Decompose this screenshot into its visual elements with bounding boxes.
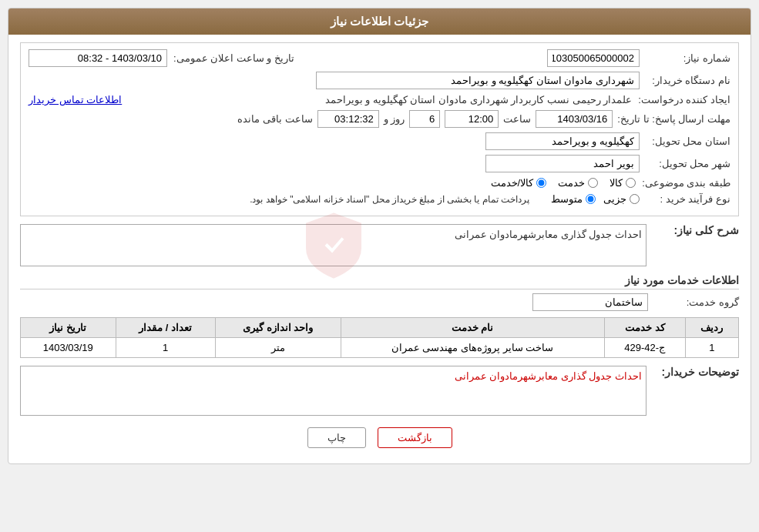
purchase-medium-radio[interactable] (586, 194, 596, 204)
delivery-province-input (485, 132, 640, 150)
row-buyer-org: نام دستگاه خریدار: (29, 72, 730, 89)
purchase-type-options: جزیی متوسط (551, 193, 640, 205)
row-delivery-city: شهر محل تحویل: (29, 155, 730, 172)
category-service-label: خدمت (558, 177, 585, 189)
purchase-medium-label: متوسط (551, 193, 583, 205)
col-header-unit: واحد اندازه گیری (215, 318, 341, 338)
need-desc-box: احداث جدول گذاری معابرشهرمادوان عمرانی (20, 224, 646, 266)
top-info-section: شماره نیاز: تاریخ و ساعت اعلان عمومی: نا… (20, 42, 739, 216)
category-service-item[interactable]: خدمت (558, 177, 598, 189)
cell-date-1: 1403/03/19 (21, 338, 116, 358)
need-number-label: شماره نیاز: (646, 52, 730, 64)
col-header-code: کد خدمت (604, 318, 685, 338)
purchase-partial-radio[interactable] (630, 194, 640, 204)
purchase-note: پرداخت تمام یا بخشی از مبلغ خریداز محل "… (250, 194, 529, 205)
buttons-row: بازگشت چاپ (20, 427, 739, 448)
row-purchase-type: نوع فرآیند خرید : جزیی متوسط پرداخت تمام… (29, 193, 730, 205)
category-service-radio[interactable] (588, 178, 598, 188)
category-goods-item[interactable]: کالا (610, 177, 636, 189)
services-table-header-row: ردیف کد خدمت نام خدمت واحد اندازه گیری ت… (21, 318, 739, 338)
delivery-province-label: استان محل تحویل: (646, 136, 730, 147)
deadline-days-input (409, 110, 440, 128)
contact-link[interactable]: اطلاعات تماس خریدار (29, 94, 122, 105)
cell-code-1: ج-42-429 (604, 338, 685, 358)
table-row: 1 ج-42-429 ساخت سایر پروژه‌های مهندسی عم… (21, 338, 739, 358)
services-table-head: ردیف کد خدمت نام خدمت واحد اندازه گیری ت… (21, 318, 739, 338)
cell-row-1: 1 (685, 338, 738, 358)
row-creator: ایجاد کننده درخواست: علمدار رحیمی نسب کا… (29, 94, 730, 105)
page-title: جزئیات اطلاعات نیاز (331, 15, 428, 28)
purchase-partial-item[interactable]: جزیی (603, 193, 640, 205)
purchase-partial-label: جزیی (603, 193, 626, 205)
row-need-number: شماره نیاز: تاریخ و ساعت اعلان عمومی: (29, 49, 730, 67)
card-header: جزئیات اطلاعات نیاز (8, 8, 751, 35)
services-section-title: اطلاعات خدمات مورد نیاز (20, 274, 739, 289)
purchase-medium-item[interactable]: متوسط (551, 193, 596, 205)
row-category: طبقه بندی موضوعی: کالا خدمت کالا/خدمت (29, 177, 730, 189)
buyer-desc-value: احداث جدول گذاری معابرشهرمادوان عمرانی (455, 370, 642, 382)
col-header-quantity: تعداد / مقدار (116, 318, 215, 338)
delivery-city-input (485, 155, 640, 172)
time-remaining-input (317, 110, 379, 128)
category-radio-group: کالا خدمت کالا/خدمت (491, 177, 636, 189)
remaining-label: ساعت باقی مانده (237, 113, 312, 125)
reply-deadline-label: مهلت ارسال پاسخ: تا تاریخ: (617, 113, 730, 125)
buyer-desc-box: احداث جدول گذاری معابرشهرمادوان عمرانی (20, 366, 646, 416)
services-table: ردیف کد خدمت نام خدمت واحد اندازه گیری ت… (20, 317, 739, 358)
announce-date-label: تاریخ و ساعت اعلان عمومی: (173, 52, 294, 64)
buyer-desc-row: توضیحات خریدار: احداث جدول گذاری معابرشه… (20, 366, 739, 416)
col-header-name: نام خدمت (341, 318, 604, 338)
category-goods-service-item[interactable]: کالا/خدمت (491, 177, 547, 189)
category-goods-service-radio[interactable] (536, 178, 546, 188)
main-card: جزئیات اطلاعات نیاز شماره نیاز: تاریخ و … (8, 8, 751, 464)
row-delivery-province: استان محل تحویل: (29, 132, 730, 150)
service-group-input (532, 293, 648, 311)
category-goods-label: کالا (610, 177, 623, 189)
need-desc-value: احداث جدول گذاری معابرشهرمادوان عمرانی (455, 229, 642, 240)
row-reply-deadline: مهلت ارسال پاسخ: تا تاریخ: ساعت روز و سا… (29, 110, 730, 128)
category-label: طبقه بندی موضوعی: (642, 177, 730, 189)
back-button[interactable]: بازگشت (378, 427, 452, 448)
deadline-time-input (445, 110, 499, 128)
cell-unit-1: متر (215, 338, 341, 358)
category-goods-radio[interactable] (626, 178, 636, 188)
purchase-type-label: نوع فرآیند خرید : (646, 193, 730, 205)
need-desc-row: شرح کلی نیاز: احداث جدول گذاری معابرشهرم… (20, 224, 739, 266)
days-label: روز و (384, 113, 405, 125)
creator-value: علمدار رحیمی نسب کاربردار شهرداری مادوان… (325, 94, 633, 105)
col-header-date: تاریخ نیاز (21, 318, 116, 338)
cell-quantity-1: 1 (116, 338, 215, 358)
watermark-shield-icon (303, 209, 364, 279)
cell-name-1: ساخت سایر پروژه‌های مهندسی عمران (341, 338, 604, 358)
creator-label: ایجاد کننده درخواست: (638, 94, 730, 105)
services-table-body: 1 ج-42-429 ساخت سایر پروژه‌های مهندسی عم… (21, 338, 739, 358)
row-service-group: گروه خدمت: (20, 293, 739, 311)
deadline-date-input (536, 110, 613, 128)
card-body: شماره نیاز: تاریخ و ساعت اعلان عمومی: نا… (8, 35, 751, 463)
service-group-label: گروه خدمت: (654, 296, 739, 308)
announce-date-input (29, 49, 167, 67)
time-label: ساعت (503, 113, 531, 125)
need-desc-label: شرح کلی نیاز: (654, 224, 739, 236)
buyer-desc-label: توضیحات خریدار: (654, 366, 739, 378)
print-button[interactable]: چاپ (307, 427, 366, 448)
buyer-org-input (316, 72, 640, 89)
page-container: جزئیات اطلاعات نیاز شماره نیاز: تاریخ و … (0, 0, 759, 532)
category-goods-service-label: کالا/خدمت (491, 177, 534, 189)
buyer-org-label: نام دستگاه خریدار: (646, 75, 730, 86)
col-header-row: ردیف (685, 318, 738, 338)
delivery-city-label: شهر محل تحویل: (646, 158, 730, 169)
need-number-input (547, 49, 640, 67)
